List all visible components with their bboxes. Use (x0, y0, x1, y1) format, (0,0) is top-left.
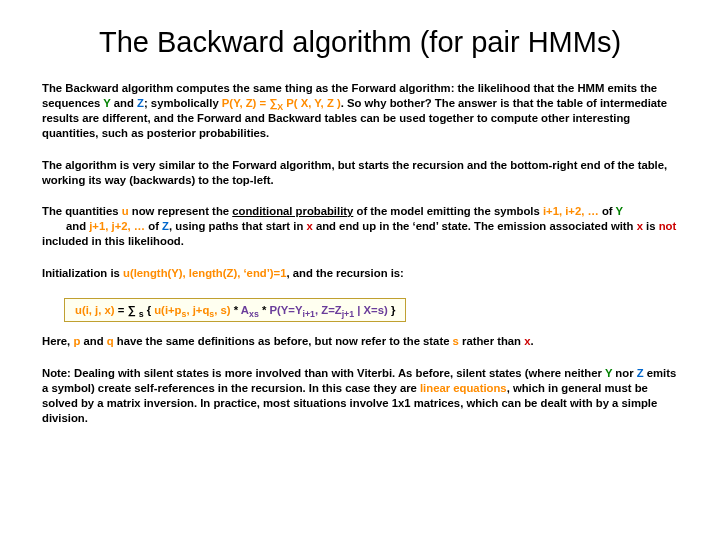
text: , using paths that start in (169, 220, 306, 232)
text: = ∑ (115, 304, 139, 316)
para-algo: The algorithm is very similar to the For… (42, 158, 678, 188)
var-q: q (107, 335, 114, 347)
text: of the model emitting the symbols (353, 205, 543, 217)
text: and (66, 220, 89, 232)
p-term: | X=s) (354, 304, 388, 316)
p-term: P(Y=Y (270, 304, 303, 316)
text: rather than (459, 335, 524, 347)
text: Note: Dealing with silent states is more… (42, 367, 605, 379)
text: have the same definitions as before, but… (114, 335, 453, 347)
expr-pyz: P(Y, Z) = ∑ (222, 97, 277, 109)
text: Initialization is (42, 267, 123, 279)
text: included in this likelihood. (42, 235, 184, 247)
idx-i: i+1, i+2, … (543, 205, 599, 217)
text: and (111, 97, 137, 109)
linear-eq: linear equations (420, 382, 507, 394)
word-not: not (659, 220, 677, 232)
text: nor (612, 367, 636, 379)
var-z: Z (162, 220, 169, 232)
p-term: , Z=Z (315, 304, 342, 316)
init-formula: u(length(Y), length(Z), ‘end’)=1 (123, 267, 286, 279)
text: ; symbolically (144, 97, 222, 109)
para-defs: Here, p and q have the same definitions … (42, 334, 678, 349)
var-z: Z (637, 367, 644, 379)
lhs: u(i, j, x) (75, 304, 115, 316)
para-quant: The quantities u now represent the condi… (42, 204, 678, 249)
para-note: Note: Dealing with silent states is more… (42, 366, 678, 426)
u-term: , s) (214, 304, 230, 316)
u-term: u(i+p (154, 304, 181, 316)
expr-pxyz: P( X, Y, Z ) (283, 97, 341, 109)
para-init: Initialization is u(length(Y), length(Z)… (42, 266, 678, 281)
var-y: Y (103, 97, 110, 109)
var-y: Y (616, 205, 624, 217)
text: of (145, 220, 162, 232)
var-u: u (122, 205, 129, 217)
text: . (530, 335, 533, 347)
text: of (599, 205, 616, 217)
text: } (388, 304, 396, 316)
slide: The Backward algorithm (for pair HMMs) T… (0, 0, 720, 540)
text: is (643, 220, 659, 232)
text: * (231, 304, 241, 316)
text: * (259, 304, 270, 316)
formula-box: u(i, j, x) = ∑ s { u(i+ps, j+qs, s) * Ax… (64, 298, 406, 322)
cond-prob: conditional probability (232, 205, 353, 217)
p-sub: j+1 (342, 309, 354, 319)
text: The quantities (42, 205, 122, 217)
text: Here, (42, 335, 73, 347)
u-term: , j+q (186, 304, 209, 316)
idx-j: j+1, j+2, … (89, 220, 145, 232)
slide-title: The Backward algorithm (for pair HMMs) (42, 26, 678, 59)
text: and end up in the ‘end’ state. The emiss… (313, 220, 637, 232)
indent: and j+1, j+2, … of Z, using paths that s… (42, 220, 676, 247)
text: { (144, 304, 155, 316)
p-sub: i+1 (302, 309, 314, 319)
var-z: Z (137, 97, 144, 109)
para-intro: The Backward algorithm computes the same… (42, 81, 678, 141)
text: , and the recursion is: (286, 267, 403, 279)
a-term: A (241, 304, 249, 316)
a-sub: xs (249, 309, 259, 319)
text: and (80, 335, 106, 347)
text: now represent the (129, 205, 233, 217)
